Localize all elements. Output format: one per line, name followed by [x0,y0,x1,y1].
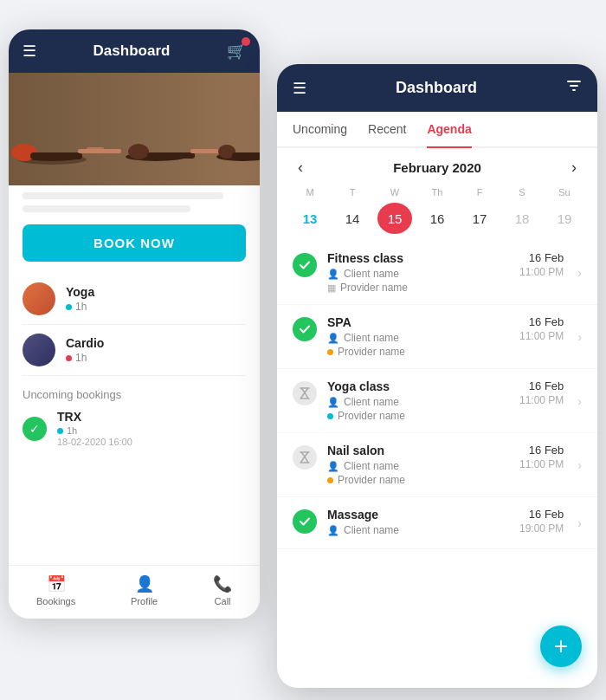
trx-check-icon: ✓ [23,417,47,441]
front-header: ☰ Dashboard [277,64,597,112]
cal-day-19[interactable]: 19 [547,203,582,234]
svg-rect-5 [30,152,82,159]
svg-rect-14 [87,147,104,151]
tab-recent[interactable]: Recent [368,112,406,148]
back-header: ☰ Dashboard 🛒 [9,29,260,73]
spa-provider: Provider name [327,346,509,358]
profile-icon: 👤 [135,574,154,593]
nail-chevron: › [577,458,582,472]
yoga-chevron: › [577,394,582,408]
cardio-dot [66,355,72,361]
nav-bookings-label: Bookings [36,596,75,606]
calendar-section: ‹ February 2020 › M T W Th F S Su 13 14 … [277,148,597,234]
spa-chevron: › [577,330,582,344]
nav-profile[interactable]: 👤 Profile [131,574,158,606]
spa-title: SPA [327,315,509,329]
class-list: Yoga 1h Cardio 1h [9,274,260,376]
filter-icon[interactable] [566,78,582,98]
cal-day-15[interactable]: 15 [377,203,412,234]
nail-title: Nail salon [327,444,509,457]
cal-label-s: S [505,187,539,198]
yoga-hourglass-icon [293,381,317,405]
agenda-item-yoga[interactable]: Yoga class 👤 Client name Provider name 1… [277,369,597,433]
cal-days-header: M T W Th F S Su [293,187,582,198]
cal-label-w: W [377,187,412,198]
person-icon-massage: 👤 [327,525,339,536]
person-icon-spa: 👤 [327,333,339,344]
person-icon-fitness: 👤 [327,269,339,280]
trx-date: 18-02-2020 16:00 [57,437,132,447]
nail-right: 16 Feb 11:00 PM [519,444,564,470]
yoga-duration: 1h [66,301,94,313]
booking-item-trx: ✓ TRX 1h 18-02-2020 16:00 [23,410,246,447]
book-now-button[interactable]: BOOK NOW [23,224,246,262]
cal-day-14[interactable]: 14 [335,203,370,234]
spa-details: SPA 👤 Client name Provider name [327,315,509,358]
spa-check-icon [293,317,317,341]
spa-right: 16 Feb 11:00 PM [519,315,564,342]
yoga-right: 16 Feb 11:00 PM [519,379,564,406]
cal-day-16[interactable]: 16 [420,203,455,234]
upcoming-section: Uncoming bookings ✓ TRX 1h 18-02-2020 16… [9,376,260,454]
nail-provider: Provider name [327,474,509,486]
spa-date: 16 Feb [519,315,564,328]
massage-details: Massage 👤 Client name [327,508,509,538]
fitness-client: 👤 Client name [327,268,509,280]
hero-image [9,73,260,185]
skeleton-lines [9,185,260,212]
provider-icon-fitness: ▦ [327,282,336,294]
massage-date: 16 Feb [519,508,564,521]
cal-day-17[interactable]: 17 [462,203,497,234]
front-hamburger-icon[interactable]: ☰ [293,79,306,98]
cal-month-label: February 2020 [393,160,481,175]
yoga-time: 11:00 PM [519,394,564,406]
nail-time: 11:00 PM [519,458,564,470]
cart-icon-wrap[interactable]: 🛒 [227,42,246,61]
agenda-item-massage[interactable]: Massage 👤 Client name 16 Feb 19:00 PM › [277,497,597,549]
cal-day-13[interactable]: 13 [293,203,327,234]
yoga-date: 16 Feb [519,379,564,392]
yoga-info: Yoga 1h [66,285,94,313]
person-icon-nail: 👤 [327,461,339,472]
fitness-details: Fitness class 👤 Client name ▦ Provider n… [327,251,509,294]
skeleton-line-2 [23,205,190,212]
nav-call[interactable]: 📞 Call [213,574,232,606]
prev-month-button[interactable]: ‹ [293,157,308,178]
scene: ☰ Dashboard 🛒 [9,12,597,688]
provider-dot-yoga [327,413,333,419]
front-title: Dashboard [396,79,477,97]
cal-label-m: M [293,187,327,198]
agenda-item-fitness[interactable]: Fitness class 👤 Client name ▦ Provider n… [277,241,597,305]
nav-call-label: Call [215,596,231,606]
massage-title: Massage [327,508,509,522]
nav-bookings[interactable]: 📅 Bookings [36,574,75,606]
next-month-button[interactable]: › [566,157,582,178]
fitness-right: 16 Feb 11:00 PM [519,251,564,278]
phone-front: ☰ Dashboard Uncoming Recent Agenda ‹ Feb… [277,64,597,688]
cal-day-18[interactable]: 18 [505,203,539,234]
tab-agenda[interactable]: Agenda [427,112,471,148]
yoga-dot [66,304,72,310]
cal-label-su: Su [547,187,582,198]
fitness-provider: ▦ Provider name [327,282,509,294]
cal-label-t: T [335,187,370,198]
back-nav: 📅 Bookings 👤 Profile 📞 Call [9,565,260,619]
nail-client: 👤 Client name [327,460,509,472]
agenda-item-nail[interactable]: Nail salon 👤 Client name Provider name 1… [277,433,597,497]
fab-button[interactable]: + [540,625,582,667]
cardio-avatar [23,334,55,366]
hamburger-icon[interactable]: ☰ [23,42,36,61]
fitness-chevron: › [577,266,582,280]
yoga-agenda-title: Yoga class [327,379,509,393]
tab-uncoming[interactable]: Uncoming [293,112,347,148]
fitness-title: Fitness class [327,251,509,265]
nail-hourglass-icon [293,445,317,470]
person-icon-yoga: 👤 [327,397,339,408]
trx-dot [57,428,63,434]
yoga-avatar [23,282,55,315]
phone-back: ☰ Dashboard 🛒 [9,29,260,619]
yoga-provider: Provider name [327,410,509,422]
call-icon: 📞 [213,574,232,593]
back-title: Dashboard [93,42,171,60]
agenda-item-spa[interactable]: SPA 👤 Client name Provider name 16 Feb 1… [277,305,597,369]
